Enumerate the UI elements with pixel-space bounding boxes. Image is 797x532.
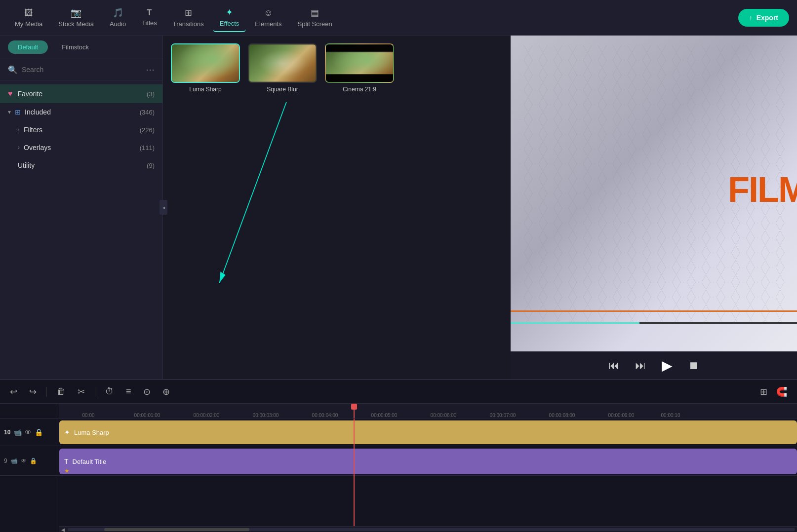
track-10-eye-icon[interactable]: 👁: [25, 428, 32, 436]
effects-icon: ✦: [226, 7, 233, 18]
tab-filmstock[interactable]: Filmstock: [52, 40, 99, 54]
luma-sharp-effect-icon: ✦: [64, 428, 70, 436]
redo-button[interactable]: ↪: [27, 384, 39, 399]
heart-icon: ♥: [8, 89, 13, 98]
grid-view-icon[interactable]: ⋯: [146, 64, 155, 75]
sidebar-count-filters: (226): [140, 126, 155, 134]
sidebar-item-favorite[interactable]: ♥ Favorite (3): [0, 84, 162, 103]
nav-item-stock-media[interactable]: 📷 Stock Media: [51, 3, 101, 32]
sidebar-count-overlays: (111): [140, 144, 155, 152]
ruler-mark-10: 00:00:10: [651, 413, 690, 418]
tab-row: Default Filmstock: [0, 36, 162, 59]
timeline-scrollbar[interactable]: ◂: [59, 526, 797, 532]
delete-button[interactable]: 🗑: [55, 384, 68, 399]
sidebar-item-included[interactable]: ▾ ⊞ Included (346): [0, 103, 162, 121]
export-label: Export: [757, 14, 778, 22]
play-button[interactable]: ▶: [658, 355, 677, 376]
titles-icon: T: [147, 8, 152, 17]
add-track-group: ⊞ 🧲: [758, 384, 789, 399]
sidebar-item-overlays[interactable]: › Overlays (111): [0, 139, 162, 156]
playhead-handle[interactable]: [351, 404, 357, 410]
svg-line-1: [219, 102, 286, 283]
sidebar-label-filters: Filters: [24, 126, 140, 134]
clip-luma-sharp[interactable]: ✦ Luma Sharp: [59, 420, 797, 444]
timeline-toolbar: ↩ ↪ 🗑 ✂ ⏱ ≡ ⊙ ⊕ ⊞ 🧲: [0, 380, 797, 404]
rewind-button[interactable]: ⏮: [604, 357, 623, 374]
nav-item-effects[interactable]: ✦ Effects: [213, 3, 246, 32]
nav-items: 🖼 My Media 📷 Stock Media 🎵 Audio T Title…: [8, 3, 738, 32]
chevron-right-icon-filters: ›: [18, 126, 20, 133]
grid-icon-included: ⊞: [15, 108, 21, 116]
sidebar-item-filters[interactable]: › Filters (226): [0, 121, 162, 139]
add-track-button[interactable]: ⊞: [758, 384, 769, 399]
timer-button[interactable]: ⏱: [103, 384, 116, 399]
title-icon: T: [64, 457, 69, 465]
effect-item-luma-sharp[interactable]: Luma Sharp: [171, 43, 240, 93]
magnet-button[interactable]: 🧲: [774, 384, 789, 399]
timeline-left-panel: 10 📹 👁 🔒 9 📹 👁 🔒: [0, 404, 59, 532]
track-9-eye-icon[interactable]: 👁: [21, 457, 27, 464]
sidebar-count-favorite: (3): [147, 90, 155, 98]
playback-bar: ⏮ ⏭ ▶ ⏹: [511, 351, 797, 379]
nav-item-split-screen[interactable]: ▤ Split Screen: [291, 3, 339, 32]
ruler-mark-9: 00:00:09:00: [592, 413, 651, 418]
search-input[interactable]: [22, 66, 142, 74]
tab-default[interactable]: Default: [8, 40, 48, 54]
panel-collapse-button[interactable]: ◂: [159, 200, 167, 215]
ruler-mark-7: 00:00:07:00: [473, 413, 532, 418]
nav-label-elements: Elements: [255, 20, 281, 28]
nav-item-transitions[interactable]: ⊞ Transitions: [166, 3, 211, 32]
audio-icon: 🎵: [113, 7, 123, 18]
scroll-track[interactable]: [68, 528, 795, 531]
nav-item-audio[interactable]: 🎵 Audio: [103, 3, 133, 32]
undo-button[interactable]: ↩: [8, 384, 19, 399]
effect-item-square-blur[interactable]: Square Blur: [248, 43, 317, 93]
sidebar-item-utility[interactable]: Utility (9): [0, 156, 162, 174]
chevron-right-icon-overlays: ›: [18, 144, 20, 151]
track-row-9: T Default Title ★: [59, 446, 797, 476]
nav-label-titles: Titles: [142, 19, 157, 27]
nav-label-split-screen: Split Screen: [298, 20, 332, 28]
timeline-main: 00:00 00:00:01:00 00:00:02:00 00:00:03:0…: [59, 404, 797, 532]
export-button[interactable]: ↑ Export: [738, 9, 789, 27]
ruler-marks: 00:00 00:00:01:00 00:00:02:00 00:00:03:0…: [59, 413, 690, 418]
progress-bar-fill: [511, 322, 639, 324]
track-9-lock-icon[interactable]: 🔒: [30, 457, 37, 464]
scroll-left-icon[interactable]: ◂: [61, 526, 65, 532]
track-10-lock-icon[interactable]: 🔒: [35, 428, 43, 436]
toolbar-separator-2: [95, 387, 95, 397]
effect-item-cinema-219[interactable]: Cinema 21:9: [325, 43, 394, 93]
clip-default-title[interactable]: T Default Title: [59, 449, 797, 474]
snap-button[interactable]: ⊙: [141, 384, 153, 399]
ruler-mark-8: 00:00:08:00: [532, 413, 592, 418]
drag-arrow: [193, 95, 380, 312]
toolbar-separator-1: [46, 387, 47, 397]
timeline-tracks: ✦ Luma Sharp T Default Title ★: [59, 418, 797, 526]
timeline-ruler: 00:00 00:00:01:00 00:00:02:00 00:00:03:0…: [59, 404, 797, 418]
extra-button[interactable]: ⊕: [160, 384, 172, 399]
nav-label-my-media: My Media: [15, 20, 42, 28]
track-9-number: 9: [4, 457, 7, 464]
scroll-thumb[interactable]: [104, 528, 250, 531]
left-panel: Default Filmstock 🔍 ⋯ ♥ Favorite (3) ▾ ⊞…: [0, 36, 163, 379]
effects-grid: Luma Sharp Square Blur Cinema 21:9: [163, 36, 511, 101]
cut-button[interactable]: ✂: [76, 384, 87, 399]
sidebar-label-favorite: Favorite: [18, 90, 147, 98]
sidebar-label-overlays: Overlays: [24, 144, 140, 152]
ruler-mark-0: 00:00: [59, 413, 118, 418]
step-back-button[interactable]: ⏭: [631, 357, 650, 374]
effect-thumb-square-blur: [248, 43, 317, 83]
effect-thumb-luma-sharp: [171, 43, 240, 83]
effect-label-cinema-219: Cinema 21:9: [343, 86, 376, 93]
nav-item-my-media[interactable]: 🖼 My Media: [8, 4, 49, 32]
nav-item-elements[interactable]: ☺ Elements: [248, 4, 288, 32]
sidebar-count-included: (346): [140, 109, 155, 116]
nav-item-titles[interactable]: T Titles: [135, 4, 164, 31]
equalizer-button[interactable]: ≡: [124, 384, 133, 399]
nav-label-stock-media: Stock Media: [58, 20, 94, 28]
effect-label-luma-sharp: Luma Sharp: [189, 86, 221, 93]
stop-button[interactable]: ⏹: [684, 357, 703, 374]
preview-content: FILM: [511, 36, 797, 351]
sidebar-count-utility: (9): [147, 162, 155, 169]
clip-luma-sharp-label: Luma Sharp: [74, 429, 109, 436]
